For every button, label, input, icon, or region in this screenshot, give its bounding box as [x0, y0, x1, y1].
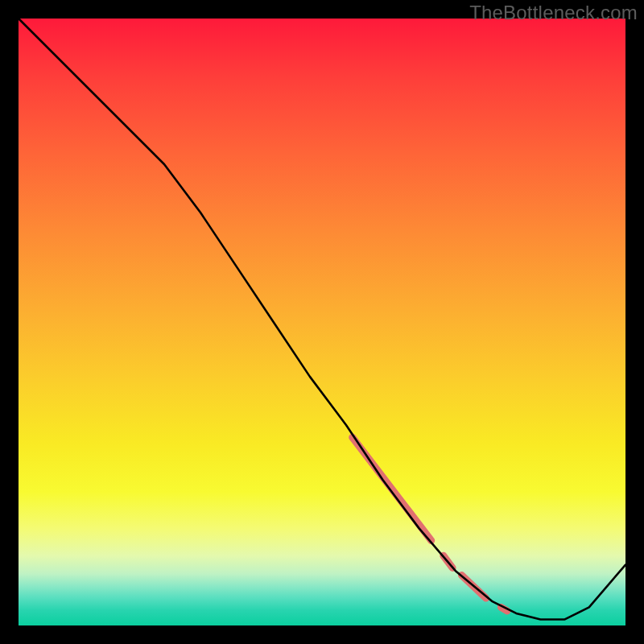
highlight-layer	[353, 437, 507, 611]
main-curve	[19, 19, 625, 619]
chart-overlay	[19, 19, 625, 625]
chart-frame: TheBottleneck.com	[0, 0, 644, 644]
watermark-text: TheBottleneck.com	[469, 2, 638, 24]
